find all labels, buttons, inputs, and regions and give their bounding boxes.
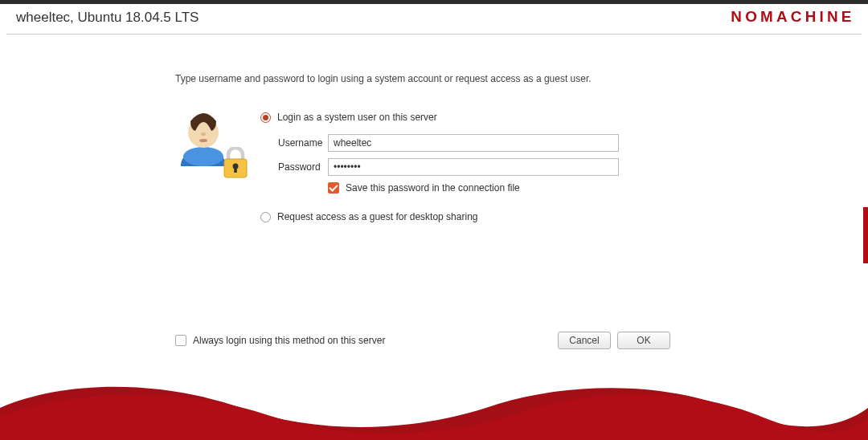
cancel-button[interactable]: Cancel	[558, 332, 611, 349]
svg-point-3	[201, 132, 206, 136]
page-title: wheeltec, Ubuntu 18.04.5 LTS	[16, 10, 199, 26]
footer-row: Always login using this method on this s…	[175, 332, 670, 349]
header: wheeltec, Ubuntu 18.04.5 LTS NOMACHINE	[6, 4, 862, 35]
password-input[interactable]	[328, 158, 619, 176]
username-row: Username	[278, 134, 868, 152]
svg-rect-7	[234, 167, 237, 173]
login-form: Login as a system user on this server Us…	[260, 110, 868, 234]
main-content: Type username and password to login usin…	[0, 35, 868, 349]
lock-icon	[222, 147, 249, 179]
login-area: Login as a system user on this server Us…	[175, 110, 868, 234]
password-label: Password	[278, 161, 328, 173]
svg-point-1	[183, 147, 223, 166]
radio-guest-label: Request access as a guest for desktop sh…	[277, 211, 477, 222]
save-password-label: Save this password in the connection fil…	[346, 182, 520, 194]
instruction-text: Type username and password to login usin…	[175, 73, 868, 84]
brand-logo: NOMACHINE	[731, 9, 854, 26]
side-tab[interactable]	[863, 207, 868, 263]
save-password-row[interactable]: Save this password in the connection fil…	[328, 182, 868, 194]
save-password-checkbox[interactable]	[328, 182, 339, 194]
dialog-buttons: Cancel OK	[558, 332, 670, 349]
radio-system-user[interactable]	[260, 112, 271, 123]
svg-point-4	[199, 139, 207, 142]
always-login-checkbox[interactable]	[175, 335, 186, 346]
avatar	[175, 110, 240, 174]
always-login-label: Always login using this method on this s…	[193, 335, 385, 346]
radio-system-user-row[interactable]: Login as a system user on this server	[260, 112, 868, 123]
footer-wave	[0, 376, 868, 440]
radio-guest-row[interactable]: Request access as a guest for desktop sh…	[260, 211, 868, 222]
ok-button[interactable]: OK	[617, 332, 670, 349]
username-input[interactable]	[328, 134, 619, 152]
username-label: Username	[278, 137, 328, 149]
radio-guest[interactable]	[260, 212, 271, 222]
password-row: Password	[278, 158, 868, 176]
always-login-row[interactable]: Always login using this method on this s…	[175, 335, 385, 346]
radio-system-user-label: Login as a system user on this server	[277, 112, 437, 123]
